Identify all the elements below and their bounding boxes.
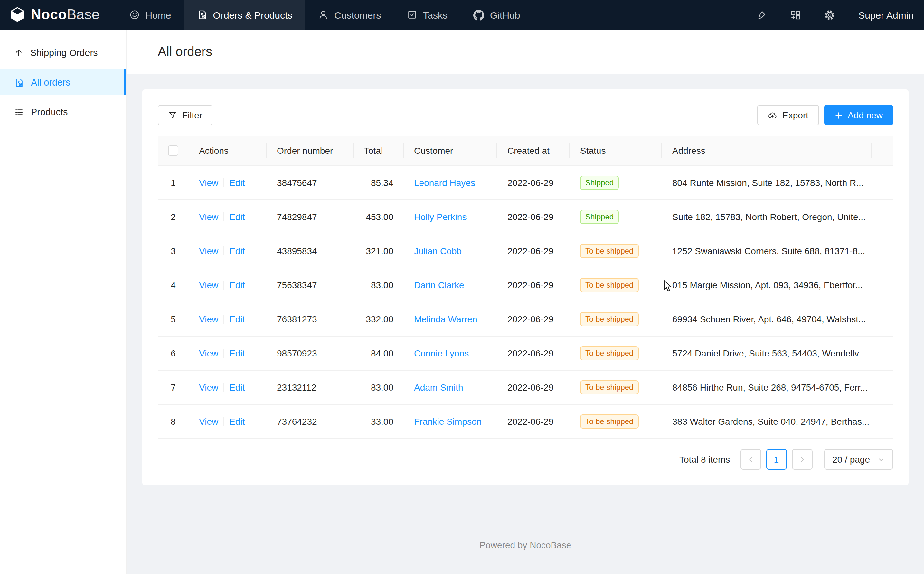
settings-gear-icon[interactable] — [824, 9, 835, 20]
edit-link[interactable]: Edit — [229, 416, 245, 427]
edit-link[interactable]: Edit — [229, 212, 245, 222]
row-index: 3 — [171, 246, 176, 256]
edit-link[interactable]: Edit — [229, 246, 245, 256]
table-row: 1ViewEdit3847564785.34Leonard Hayes2022-… — [158, 166, 893, 200]
customer-cell: Julian Cobb — [404, 234, 497, 268]
order-number-cell: 76381273 — [267, 302, 354, 336]
action-divider — [223, 315, 224, 324]
row-index-cell: 8 — [158, 404, 189, 438]
pagination-total: Total 8 items — [679, 454, 730, 465]
status-cell: To be shipped — [570, 336, 662, 371]
created-at-cell: 2022-06-29 — [497, 302, 570, 336]
home-smiley-icon — [130, 9, 140, 20]
user-menu[interactable]: Super Admin — [858, 9, 914, 20]
cloud-download-icon — [768, 110, 777, 120]
row-index: 4 — [171, 280, 176, 290]
column-header-actions: Actions — [189, 136, 267, 166]
customer-link[interactable]: Connie Lyons — [414, 348, 469, 358]
user-icon — [318, 9, 329, 20]
filler-cell — [872, 371, 893, 404]
edit-link[interactable]: Edit — [229, 382, 245, 393]
pagination-prev-button[interactable] — [740, 449, 761, 470]
created-at-cell: 2022-06-29 — [497, 404, 570, 438]
view-link[interactable]: View — [199, 246, 218, 256]
tab-tasks[interactable]: Tasks — [394, 0, 460, 30]
chevron-right-icon — [798, 456, 806, 463]
edit-link[interactable]: Edit — [229, 314, 245, 324]
list-icon — [14, 107, 24, 117]
customer-cell: Leonard Hayes — [404, 166, 497, 200]
pagination-page-1[interactable]: 1 — [766, 449, 787, 470]
pagination-next-button[interactable] — [792, 449, 812, 470]
total-cell: 83.00 — [354, 371, 404, 404]
order-number-cell: 75638347 — [267, 268, 354, 302]
customer-cell: Melinda Warren — [404, 302, 497, 336]
select-all-checkbox[interactable] — [168, 145, 178, 156]
view-link[interactable]: View — [199, 416, 218, 427]
customer-link[interactable]: Julian Cobb — [414, 246, 462, 256]
action-divider — [223, 178, 224, 187]
total-cell: 332.00 — [354, 302, 404, 336]
edit-link[interactable]: Edit — [229, 348, 245, 358]
tab-orders-products[interactable]: Orders & Products — [184, 0, 306, 30]
filler-cell — [872, 200, 893, 234]
column-header-total: Total — [354, 136, 404, 166]
view-link[interactable]: View — [199, 178, 218, 188]
row-index-cell: 2 — [158, 200, 189, 234]
sidebar-item-products[interactable]: Products — [0, 99, 126, 125]
customer-link[interactable]: Melinda Warren — [414, 314, 477, 324]
sidebar-item-shipping-orders[interactable]: Shipping Orders — [0, 40, 126, 66]
logo-cube-icon — [9, 6, 26, 23]
address-cell: 804 Runte Mission, Suite 182, 15783, Nor… — [662, 166, 872, 200]
customer-link[interactable]: Leonard Hayes — [414, 178, 475, 188]
view-link[interactable]: View — [199, 212, 218, 222]
edit-link[interactable]: Edit — [229, 280, 245, 290]
filter-button[interactable]: Filter — [158, 105, 213, 126]
nocobase-logo[interactable]: NocoBase — [0, 0, 117, 30]
created-at-cell: 2022-06-29 — [497, 234, 570, 268]
check-square-icon — [407, 9, 417, 20]
add-new-button[interactable]: Add new — [824, 105, 893, 126]
highlighter-icon[interactable] — [756, 9, 767, 20]
status-cell: To be shipped — [570, 234, 662, 268]
tab-customers[interactable]: Customers — [305, 0, 394, 30]
order-number-cell: 43895834 — [267, 234, 354, 268]
powered-by-footer: Powered by NocoBase — [142, 540, 908, 558]
chevron-left-icon — [747, 456, 754, 463]
customer-link[interactable]: Adam Smith — [414, 382, 463, 393]
customer-link[interactable]: Frankie Simpson — [414, 416, 482, 427]
sidebar-item-all-orders[interactable]: All orders — [0, 69, 126, 95]
filler-cell — [872, 166, 893, 200]
row-actions-cell: ViewEdit — [189, 234, 267, 268]
customer-cell: Connie Lyons — [404, 336, 497, 371]
address-cell: Suite 182, 15783, North Robert, Oregon, … — [662, 200, 872, 234]
view-link[interactable]: View — [199, 382, 218, 393]
column-header-created-at: Created at — [497, 136, 570, 166]
tab-github[interactable]: GitHub — [460, 0, 533, 30]
export-button[interactable]: Export — [757, 105, 819, 126]
view-link[interactable]: View — [199, 280, 218, 290]
address-cell: 69934 Schoen River, Apt. 646, 49704, Wal… — [662, 302, 872, 336]
sidebar-item-label: Shipping Orders — [30, 47, 98, 58]
table-row: 6ViewEdit9857092384.00Connie Lyons2022-0… — [158, 336, 893, 371]
row-index: 7 — [171, 382, 176, 393]
row-index-cell: 5 — [158, 302, 189, 336]
total-cell: 85.34 — [354, 166, 404, 200]
tab-home[interactable]: Home — [117, 0, 184, 30]
action-divider — [223, 349, 224, 358]
address-cell: 5724 Daniel Drive, Suite 563, 54403, Wen… — [662, 336, 872, 371]
plugin-blocks-icon[interactable] — [790, 9, 801, 20]
page-title: All orders — [158, 43, 893, 60]
customer-link[interactable]: Holly Perkins — [414, 212, 466, 222]
view-link[interactable]: View — [199, 314, 218, 324]
row-index-cell: 7 — [158, 371, 189, 404]
page-size-select[interactable]: 20 / page — [824, 449, 893, 470]
customer-link[interactable]: Darin Clarke — [414, 280, 464, 290]
table-row: 2ViewEdit74829847453.00Holly Perkins2022… — [158, 200, 893, 234]
edit-link[interactable]: Edit — [229, 178, 245, 188]
status-badge: To be shipped — [580, 312, 638, 326]
status-badge: To be shipped — [580, 380, 638, 394]
row-index: 1 — [171, 178, 176, 188]
view-link[interactable]: View — [199, 348, 218, 358]
table-row: 3ViewEdit43895834321.00Julian Cobb2022-0… — [158, 234, 893, 268]
